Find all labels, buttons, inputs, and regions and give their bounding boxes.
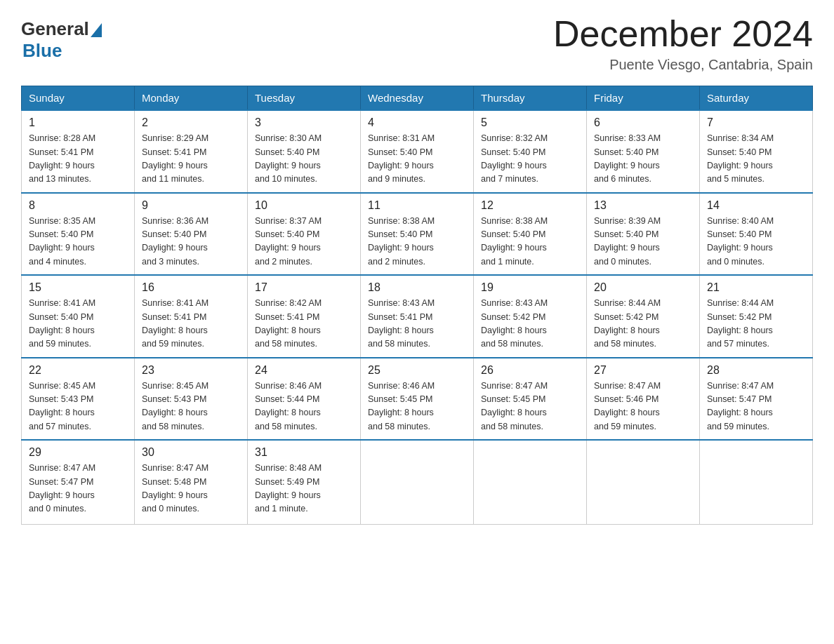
- day-info: Sunrise: 8:41 AMSunset: 5:41 PMDaylight:…: [142, 297, 240, 351]
- day-number: 22: [29, 364, 127, 377]
- day-info: Sunrise: 8:32 AMSunset: 5:40 PMDaylight:…: [481, 132, 579, 187]
- weekday-header-monday: Monday: [135, 86, 248, 111]
- day-info: Sunrise: 8:44 AMSunset: 5:42 PMDaylight:…: [707, 297, 805, 351]
- calendar-cell: 26 Sunrise: 8:47 AMSunset: 5:45 PMDaylig…: [474, 358, 587, 441]
- logo: General Blue: [21, 14, 103, 62]
- logo-general-text: General: [21, 18, 89, 40]
- day-info: Sunrise: 8:41 AMSunset: 5:40 PMDaylight:…: [29, 297, 127, 351]
- day-info: Sunrise: 8:37 AMSunset: 5:40 PMDaylight:…: [255, 215, 353, 269]
- calendar-cell: 14 Sunrise: 8:40 AMSunset: 5:40 PMDaylig…: [700, 193, 813, 276]
- day-info: Sunrise: 8:30 AMSunset: 5:40 PMDaylight:…: [255, 132, 353, 187]
- day-number: 20: [594, 281, 692, 294]
- day-info: Sunrise: 8:47 AMSunset: 5:45 PMDaylight:…: [481, 380, 579, 434]
- day-info: Sunrise: 8:48 AMSunset: 5:49 PMDaylight:…: [255, 462, 353, 516]
- day-number: 29: [29, 446, 127, 459]
- title-area: December 2024 Puente Viesgo, Cantabria, …: [553, 14, 813, 73]
- weekday-header-wednesday: Wednesday: [361, 86, 474, 111]
- day-number: 19: [481, 281, 579, 294]
- day-number: 12: [481, 199, 579, 212]
- calendar-cell: 18 Sunrise: 8:43 AMSunset: 5:41 PMDaylig…: [361, 275, 474, 358]
- calendar-cell: 7 Sunrise: 8:34 AMSunset: 5:40 PMDayligh…: [700, 110, 813, 193]
- day-number: 16: [142, 281, 240, 294]
- calendar-cell: 4 Sunrise: 8:31 AMSunset: 5:40 PMDayligh…: [361, 110, 474, 193]
- day-number: 2: [142, 116, 240, 129]
- logo-blue-text: Blue: [22, 40, 62, 61]
- day-info: Sunrise: 8:47 AMSunset: 5:47 PMDaylight:…: [29, 462, 127, 516]
- day-number: 3: [255, 116, 353, 129]
- calendar-cell: 12 Sunrise: 8:38 AMSunset: 5:40 PMDaylig…: [474, 193, 587, 276]
- weekday-header-sunday: Sunday: [22, 86, 135, 111]
- day-info: Sunrise: 8:43 AMSunset: 5:41 PMDaylight:…: [368, 297, 466, 351]
- day-number: 11: [368, 199, 466, 212]
- calendar-cell: 21 Sunrise: 8:44 AMSunset: 5:42 PMDaylig…: [700, 275, 813, 358]
- day-number: 23: [142, 364, 240, 377]
- calendar-cell: [361, 440, 474, 524]
- day-info: Sunrise: 8:40 AMSunset: 5:40 PMDaylight:…: [707, 215, 805, 269]
- calendar-cell: 9 Sunrise: 8:36 AMSunset: 5:40 PMDayligh…: [135, 193, 248, 276]
- week-row-2: 8 Sunrise: 8:35 AMSunset: 5:40 PMDayligh…: [22, 193, 813, 276]
- day-number: 7: [707, 116, 805, 129]
- weekday-header-thursday: Thursday: [474, 86, 587, 111]
- day-info: Sunrise: 8:46 AMSunset: 5:45 PMDaylight:…: [368, 380, 466, 434]
- day-info: Sunrise: 8:28 AMSunset: 5:41 PMDaylight:…: [29, 132, 127, 187]
- location: Puente Viesgo, Cantabria, Spain: [553, 57, 813, 73]
- weekday-header-saturday: Saturday: [700, 86, 813, 111]
- week-row-1: 1 Sunrise: 8:28 AMSunset: 5:41 PMDayligh…: [22, 110, 813, 193]
- calendar-cell: 27 Sunrise: 8:47 AMSunset: 5:46 PMDaylig…: [587, 358, 700, 441]
- day-info: Sunrise: 8:45 AMSunset: 5:43 PMDaylight:…: [29, 380, 127, 434]
- calendar-cell: 11 Sunrise: 8:38 AMSunset: 5:40 PMDaylig…: [361, 193, 474, 276]
- calendar-cell: 13 Sunrise: 8:39 AMSunset: 5:40 PMDaylig…: [587, 193, 700, 276]
- day-number: 28: [707, 364, 805, 377]
- calendar-cell: [700, 440, 813, 524]
- day-number: 31: [255, 446, 353, 459]
- calendar-cell: 24 Sunrise: 8:46 AMSunset: 5:44 PMDaylig…: [248, 358, 361, 441]
- day-number: 13: [594, 199, 692, 212]
- day-info: Sunrise: 8:33 AMSunset: 5:40 PMDaylight:…: [594, 132, 692, 187]
- day-number: 1: [29, 116, 127, 129]
- week-row-3: 15 Sunrise: 8:41 AMSunset: 5:40 PMDaylig…: [22, 275, 813, 358]
- day-info: Sunrise: 8:29 AMSunset: 5:41 PMDaylight:…: [142, 132, 240, 187]
- calendar-cell: 25 Sunrise: 8:46 AMSunset: 5:45 PMDaylig…: [361, 358, 474, 441]
- calendar-cell: 8 Sunrise: 8:35 AMSunset: 5:40 PMDayligh…: [22, 193, 135, 276]
- day-info: Sunrise: 8:31 AMSunset: 5:40 PMDaylight:…: [368, 132, 466, 187]
- day-info: Sunrise: 8:47 AMSunset: 5:47 PMDaylight:…: [707, 380, 805, 434]
- day-number: 8: [29, 199, 127, 212]
- day-info: Sunrise: 8:35 AMSunset: 5:40 PMDaylight:…: [29, 215, 127, 269]
- calendar-cell: 15 Sunrise: 8:41 AMSunset: 5:40 PMDaylig…: [22, 275, 135, 358]
- day-number: 6: [594, 116, 692, 129]
- calendar-cell: 17 Sunrise: 8:42 AMSunset: 5:41 PMDaylig…: [248, 275, 361, 358]
- weekday-header-row: SundayMondayTuesdayWednesdayThursdayFrid…: [22, 86, 813, 111]
- day-info: Sunrise: 8:46 AMSunset: 5:44 PMDaylight:…: [255, 380, 353, 434]
- calendar-cell: 23 Sunrise: 8:45 AMSunset: 5:43 PMDaylig…: [135, 358, 248, 441]
- day-info: Sunrise: 8:42 AMSunset: 5:41 PMDaylight:…: [255, 297, 353, 351]
- day-info: Sunrise: 8:47 AMSunset: 5:46 PMDaylight:…: [594, 380, 692, 434]
- day-number: 17: [255, 281, 353, 294]
- day-info: Sunrise: 8:44 AMSunset: 5:42 PMDaylight:…: [594, 297, 692, 351]
- day-number: 21: [707, 281, 805, 294]
- day-info: Sunrise: 8:47 AMSunset: 5:48 PMDaylight:…: [142, 462, 240, 516]
- calendar-table: SundayMondayTuesdayWednesdayThursdayFrid…: [21, 86, 813, 525]
- day-number: 25: [368, 364, 466, 377]
- day-info: Sunrise: 8:38 AMSunset: 5:40 PMDaylight:…: [368, 215, 466, 269]
- page-header: General Blue December 2024 Puente Viesgo…: [21, 14, 813, 73]
- day-number: 26: [481, 364, 579, 377]
- calendar-cell: 10 Sunrise: 8:37 AMSunset: 5:40 PMDaylig…: [248, 193, 361, 276]
- calendar-cell: 6 Sunrise: 8:33 AMSunset: 5:40 PMDayligh…: [587, 110, 700, 193]
- calendar-cell: 19 Sunrise: 8:43 AMSunset: 5:42 PMDaylig…: [474, 275, 587, 358]
- week-row-4: 22 Sunrise: 8:45 AMSunset: 5:43 PMDaylig…: [22, 358, 813, 441]
- calendar-cell: 2 Sunrise: 8:29 AMSunset: 5:41 PMDayligh…: [135, 110, 248, 193]
- day-number: 9: [142, 199, 240, 212]
- calendar-cell: 22 Sunrise: 8:45 AMSunset: 5:43 PMDaylig…: [22, 358, 135, 441]
- calendar-cell: 31 Sunrise: 8:48 AMSunset: 5:49 PMDaylig…: [248, 440, 361, 524]
- weekday-header-tuesday: Tuesday: [248, 86, 361, 111]
- logo-triangle-icon: [91, 23, 102, 37]
- calendar-cell: 1 Sunrise: 8:28 AMSunset: 5:41 PMDayligh…: [22, 110, 135, 193]
- day-number: 18: [368, 281, 466, 294]
- day-number: 24: [255, 364, 353, 377]
- day-info: Sunrise: 8:43 AMSunset: 5:42 PMDaylight:…: [481, 297, 579, 351]
- weekday-header-friday: Friday: [587, 86, 700, 111]
- day-number: 5: [481, 116, 579, 129]
- day-number: 10: [255, 199, 353, 212]
- calendar-cell: 16 Sunrise: 8:41 AMSunset: 5:41 PMDaylig…: [135, 275, 248, 358]
- day-number: 30: [142, 446, 240, 459]
